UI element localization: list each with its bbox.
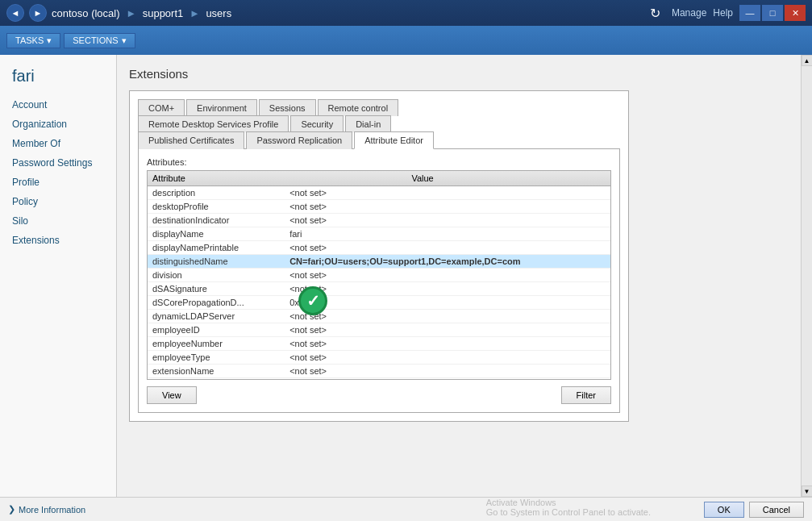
tab-dial-in[interactable]: Dial-in (345, 115, 391, 132)
col-header-value: Value (406, 171, 599, 186)
table-scroll-area[interactable]: description<not set>desktopProfile<not s… (148, 186, 610, 380)
manage-button[interactable]: Manage (672, 7, 706, 19)
tab-attribute-editor[interactable]: Attribute Editor (354, 131, 434, 149)
table-row[interactable]: dSCorePropagationD...0x0 = ( ) (148, 296, 610, 310)
breadcrumb: contoso (local) ► support1 ► users (52, 7, 231, 19)
sidebar-item-policy[interactable]: Policy (0, 192, 116, 211)
sidebar-item-silo[interactable]: Silo (0, 211, 116, 231)
value-cell: <not set> (285, 269, 610, 282)
minimize-button[interactable]: — (739, 5, 760, 21)
tab-row-1: COM+ Environment Sessions Remote control (138, 99, 620, 116)
table-row[interactable]: displayNamefari (148, 227, 610, 241)
attribute-cell: employeeID (148, 323, 285, 337)
activate-windows-text: Activate Windows (486, 498, 651, 507)
sections-button[interactable]: SECTIONS ▾ (64, 33, 135, 48)
sidebar-item-extensions[interactable]: Extensions (0, 231, 116, 250)
table-row[interactable]: description<not set> (148, 186, 610, 200)
tab-remote-desktop[interactable]: Remote Desktop Services Profile (138, 115, 289, 132)
ok-button[interactable]: OK (704, 502, 744, 518)
table-row[interactable]: employeeID<not set> (148, 323, 610, 337)
tab-security[interactable]: Security (290, 115, 344, 132)
refresh-button[interactable]: ↻ (646, 3, 665, 23)
breadcrumb-sep1: ► (126, 7, 136, 19)
table-row[interactable]: desktopProfile<not set> (148, 200, 610, 214)
forward-button[interactable]: ► (29, 4, 47, 22)
value-cell: <not set> (285, 365, 610, 378)
value-cell: 0x0 = ( ) (285, 296, 610, 310)
cancel-button[interactable]: Cancel (749, 502, 804, 518)
value-cell: <not set> (285, 186, 610, 200)
user-title: fari (0, 63, 116, 95)
sidebar-item-profile[interactable]: Profile (0, 173, 116, 192)
attribute-cell: employeeType (148, 351, 285, 365)
table-row[interactable]: distinguishedNameCN=fari;OU=users;OU=sup… (148, 255, 610, 269)
title-bar-left: ◄ ► contoso (local) ► support1 ► users (6, 4, 231, 22)
dialog-buttons: OK Cancel (704, 502, 804, 518)
tab-remote-control[interactable]: Remote control (318, 99, 399, 116)
scroll-down-arrow[interactable]: ▼ (802, 486, 813, 497)
table-row[interactable]: dynamicLDAPServer<not set> (148, 310, 610, 323)
title-bar-right: ↻ Manage Help — □ ✕ (646, 3, 806, 23)
tab-sessions[interactable]: Sessions (259, 99, 316, 116)
title-bar: ◄ ► contoso (local) ► support1 ► users ↻… (0, 0, 812, 26)
table-row[interactable]: displayNamePrintable<not set> (148, 241, 610, 255)
content-area: Extensions COM+ Environment Sessions Rem… (117, 55, 801, 497)
attributes-label: Attributes: (147, 157, 611, 167)
table-row[interactable]: employeeType<not set> (148, 351, 610, 365)
attribute-cell: displayName (148, 227, 285, 241)
maximize-button[interactable]: □ (762, 5, 783, 21)
main-layout: fari Account Organization Member Of Pass… (0, 55, 812, 497)
section-title: Extensions (129, 67, 789, 81)
status-bar: ❯ More Information Activate Windows Go t… (0, 497, 812, 521)
tab-row-2: Remote Desktop Services Profile Security… (138, 115, 620, 132)
attributes-table-wrapper: Attribute Value description<not set>desk… (147, 170, 611, 380)
green-checkmark (298, 286, 327, 315)
close-button[interactable]: ✕ (785, 5, 806, 21)
back-button[interactable]: ◄ (6, 4, 24, 22)
attribute-cell: distinguishedName (148, 255, 285, 269)
table-row[interactable]: employeeNumber<not set> (148, 337, 610, 351)
value-cell: <not set> (285, 351, 610, 365)
breadcrumb-part3[interactable]: users (206, 7, 231, 19)
help-button[interactable]: Help (713, 7, 733, 19)
scroll-up-arrow[interactable]: ▲ (802, 55, 813, 66)
table-row[interactable]: dSASignature<not set> (148, 282, 610, 296)
tab-password-replication[interactable]: Password Replication (246, 131, 352, 149)
attribute-cell: displayNamePrintable (148, 241, 285, 255)
breadcrumb-sep2: ► (189, 7, 200, 19)
value-cell: <not set> (285, 310, 610, 323)
value-cell: <not set> (285, 241, 610, 255)
more-info-section[interactable]: ❯ More Information (8, 504, 85, 515)
attribute-cell: destinationIndicator (148, 214, 285, 227)
attribute-cell: division (148, 269, 285, 282)
table-row[interactable]: division<not set> (148, 269, 610, 282)
toolbar: TASKS ▾ SECTIONS ▾ (0, 26, 812, 55)
filter-button[interactable]: Filter (561, 386, 611, 404)
right-scrollbar: ▲ ▼ (801, 55, 812, 497)
tasks-button[interactable]: TASKS ▾ (6, 33, 60, 48)
table-row[interactable]: destinationIndicator<not set> (148, 214, 610, 227)
attributes-data-table: description<not set>desktopProfile<not s… (148, 186, 610, 378)
table-row[interactable]: extensionName<not set> (148, 365, 610, 378)
breadcrumb-part1[interactable]: contoso (local) (52, 7, 120, 19)
attribute-cell: dSASignature (148, 282, 285, 296)
more-info-label: More Information (19, 505, 85, 515)
tab-environment[interactable]: Environment (186, 99, 257, 116)
value-cell: <not set> (285, 337, 610, 351)
extensions-panel: COM+ Environment Sessions Remote control… (129, 90, 629, 422)
sidebar-item-member-of[interactable]: Member Of (0, 134, 116, 153)
value-cell: CN=fari;OU=users;OU=support1,DC=example,… (285, 255, 610, 269)
value-cell: <not set> (285, 200, 610, 214)
breadcrumb-part2[interactable]: support1 (143, 7, 184, 19)
view-button[interactable]: View (147, 386, 197, 404)
tab-row-3: Published Certificates Password Replicat… (138, 131, 620, 149)
tab-com-plus[interactable]: COM+ (138, 99, 185, 116)
sidebar-item-account[interactable]: Account (0, 95, 116, 115)
tab-published-certificates[interactable]: Published Certificates (138, 131, 244, 149)
sidebar-item-organization[interactable]: Organization (0, 115, 116, 134)
sidebar-item-password-settings[interactable]: Password Settings (0, 153, 116, 173)
value-cell: <not set> (285, 214, 610, 227)
attribute-cell: employeeNumber (148, 337, 285, 351)
attribute-cell: dynamicLDAPServer (148, 310, 285, 323)
attribute-cell: description (148, 186, 285, 200)
